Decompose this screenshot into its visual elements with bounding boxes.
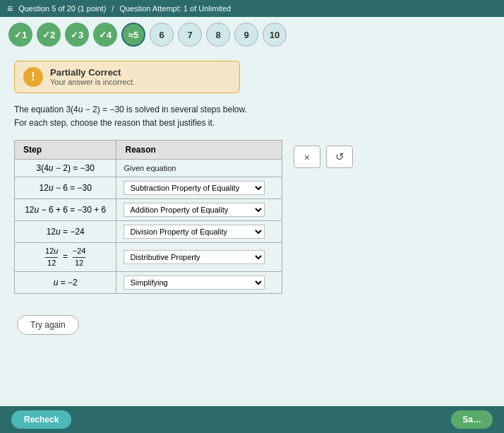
- step-cell: 3(4u − 2) = −30: [15, 160, 116, 177]
- step-cell: 12u − 6 + 6 = −30 + 6: [15, 199, 116, 221]
- instructions: The equation 3(4u − 2) = −30 is solved i…: [14, 103, 490, 130]
- nav-btn-2[interactable]: ✓2: [37, 23, 61, 47]
- hamburger-icon[interactable]: ≡: [7, 3, 13, 14]
- reason-select-row3[interactable]: Addition Property of Equality Subtractio…: [124, 203, 265, 217]
- step-cell: 12u − 6 = −30: [15, 177, 116, 199]
- nav-btn-8[interactable]: 8: [206, 23, 230, 47]
- question-info: Question 5 of 20 (1 point): [18, 4, 106, 13]
- fraction-right: −24 12: [73, 247, 86, 267]
- step-cell-fraction: 12u 12 = −24 12: [15, 243, 116, 271]
- recheck-button[interactable]: Recheck: [11, 410, 71, 429]
- nav-btn-3[interactable]: ✓3: [65, 23, 89, 47]
- partially-correct-banner: ! Partially Correct Your answer is incor…: [14, 61, 240, 93]
- reason-select-row2[interactable]: Subtraction Property of Equality Additio…: [124, 181, 265, 195]
- bottom-area: Try again: [14, 315, 490, 335]
- clear-button[interactable]: ×: [294, 146, 320, 168]
- instruction-line1: The equation 3(4u − 2) = −30 is solved i…: [14, 103, 490, 117]
- table-row: 12u − 6 + 6 = −30 + 6 Addition Property …: [15, 199, 282, 221]
- banner-subtitle: Your answer is incorrect.: [50, 78, 135, 86]
- reason-cell[interactable]: Distributive Property Addition Property …: [116, 243, 282, 271]
- try-again-button[interactable]: Try again: [17, 315, 79, 335]
- col-header-step: Step: [15, 141, 116, 160]
- undo-button[interactable]: ↺: [326, 146, 353, 168]
- step-cell: u = −2: [15, 271, 116, 293]
- table-row: 12u = −24 Division Property of Equality …: [15, 221, 282, 243]
- reason-cell[interactable]: Division Property of Equality Addition P…: [116, 221, 282, 243]
- instruction-line2: For each step, choose the reason that be…: [14, 117, 490, 130]
- reason-select-row4[interactable]: Division Property of Equality Addition P…: [124, 225, 265, 239]
- reason-cell: Given equation: [116, 160, 282, 177]
- static-reason: Given equation: [124, 164, 176, 172]
- save-button[interactable]: Sa…: [451, 410, 493, 429]
- step-cell: 12u = −24: [15, 221, 116, 243]
- nav-btn-10[interactable]: 10: [263, 23, 287, 47]
- reason-select-row6[interactable]: Simplifying Addition Property of Equalit…: [124, 275, 265, 290]
- separator: /: [112, 4, 114, 13]
- attempt-info: Question Attempt: 1 of Unlimited: [119, 4, 231, 13]
- nav-btn-4[interactable]: ✓4: [93, 23, 117, 47]
- main-content: ! Partially Correct Your answer is incor…: [0, 52, 504, 343]
- table-row: 3(4u − 2) = −30 Given equation: [15, 160, 282, 177]
- nav-btn-5[interactable]: ≈5: [121, 23, 145, 47]
- top-bar: ≡ Question 5 of 20 (1 point) / Question …: [0, 0, 504, 17]
- banner-text: Partially Correct Your answer is incorre…: [50, 67, 135, 86]
- reason-cell[interactable]: Addition Property of Equality Subtractio…: [116, 199, 282, 221]
- reason-select-row5[interactable]: Distributive Property Addition Property …: [124, 250, 265, 264]
- footer: Recheck Sa…: [0, 406, 504, 433]
- steps-table: Step Reason 3(4u − 2) = −30 Given equati…: [14, 140, 282, 293]
- table-row: u = −2 Simplifying Addition Property of …: [15, 271, 282, 293]
- question-navigation: ✓1✓2✓3✓4≈5678910: [0, 17, 504, 52]
- nav-btn-6[interactable]: 6: [150, 23, 174, 47]
- action-btns: × ↺: [294, 146, 353, 168]
- banner-title: Partially Correct: [50, 67, 135, 78]
- action-buttons-panel: × ↺: [294, 143, 353, 168]
- table-container: Step Reason 3(4u − 2) = −30 Given equati…: [14, 140, 490, 293]
- nav-btn-1[interactable]: ✓1: [8, 23, 32, 47]
- fraction-left: 12u 12: [45, 247, 58, 267]
- nav-btn-7[interactable]: 7: [178, 23, 202, 47]
- reason-cell[interactable]: Subtraction Property of Equality Additio…: [116, 177, 282, 199]
- reason-cell[interactable]: Simplifying Addition Property of Equalit…: [116, 271, 282, 293]
- nav-btn-9[interactable]: 9: [234, 23, 258, 47]
- table-row: 12u − 6 = −30 Subtraction Property of Eq…: [15, 177, 282, 199]
- col-header-reason: Reason: [116, 141, 282, 160]
- banner-icon: !: [23, 67, 43, 87]
- table-row: 12u 12 = −24 12 Distributive Property Ad…: [15, 243, 282, 271]
